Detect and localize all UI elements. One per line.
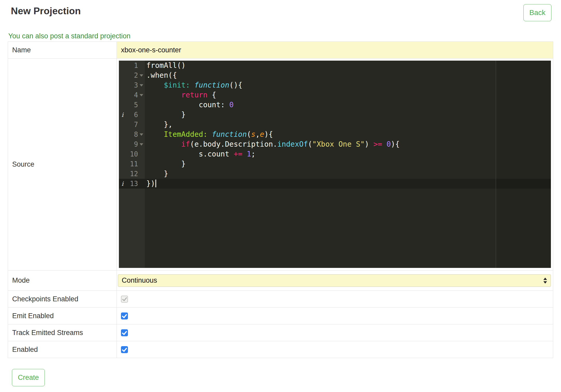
mode-row: Mode Continuous (8, 270, 553, 290)
fold-arrow-icon[interactable] (138, 143, 145, 146)
editor-code[interactable]: fromAll().when({ $init: function(){ retu… (145, 61, 551, 268)
fold-arrow-icon[interactable] (138, 74, 145, 77)
line-number: 3 (126, 81, 138, 89)
back-button[interactable]: Back (523, 4, 551, 21)
new-projection-page: New Projection Back You can also post a … (0, 0, 561, 392)
code-token: return (181, 91, 207, 99)
line-number: 8 (126, 131, 138, 138)
code-token: ; (251, 150, 256, 158)
code-token: indexOf (277, 140, 308, 148)
track-emitted-streams-row: Track Emitted Streams (8, 324, 553, 341)
code-editor[interactable]: 12345i6789101112i13 fromAll().when({ $in… (119, 61, 551, 268)
standard-projection-link[interactable]: You can also post a standard projection (8, 32, 131, 40)
code-token: (e.body.Description. (190, 140, 277, 148)
code-line[interactable]: }) (145, 179, 551, 189)
code-token (207, 130, 212, 139)
code-token (146, 130, 164, 139)
code-line[interactable]: ItemAdded: function(s,e){ (145, 130, 551, 139)
code-token: } (146, 169, 168, 178)
code-line[interactable]: if(e.body.Description.indexOf("Xbox One … (145, 139, 551, 149)
gutter-cell: 12 (119, 169, 145, 179)
gutter-cell: 10 (119, 149, 145, 159)
code-token: ItemAdded: (164, 130, 207, 139)
source-label: Source (8, 59, 117, 270)
code-token: , (255, 130, 260, 139)
emit-enabled-checkbox[interactable] (121, 312, 128, 319)
code-token: function (194, 81, 229, 89)
code-token: "Xbox One S" (312, 140, 365, 148)
code-token: fromAll() (146, 61, 186, 70)
text-cursor (155, 180, 156, 187)
gutter-cell: i13 (119, 179, 145, 189)
code-token (190, 81, 195, 89)
code-token: ){ (391, 140, 400, 148)
gutter-cell: 4 (119, 90, 145, 100)
source-row: Source 12345i6789101112i13 fromAll().whe… (8, 58, 553, 270)
code-token: 1 (247, 150, 251, 158)
enabled-row: Enabled (8, 341, 553, 358)
line-number: 12 (126, 170, 138, 178)
code-token (146, 140, 181, 148)
enabled-checkbox[interactable] (121, 346, 128, 353)
checkpoints-enabled-cell (117, 291, 553, 307)
gutter-cell: 3 (119, 80, 145, 90)
line-number: 4 (126, 91, 138, 99)
gutter-cell: 5 (119, 100, 145, 110)
code-line[interactable]: } (145, 159, 551, 169)
code-token: ) (365, 140, 373, 148)
gutter-cell: i6 (119, 110, 145, 120)
line-number: 11 (126, 160, 138, 168)
code-token: s.count (146, 150, 234, 158)
mode-label: Mode (8, 270, 117, 290)
info-icon[interactable]: i (119, 111, 126, 118)
line-number: 6 (126, 111, 138, 119)
gutter-cell: 9 (119, 139, 145, 149)
code-token: += (234, 150, 242, 158)
create-button[interactable]: Create (12, 369, 45, 386)
line-number: 1 (126, 62, 138, 69)
track-emitted-streams-label: Track Emitted Streams (8, 324, 117, 341)
code-token: function (212, 130, 247, 139)
code-line[interactable]: } (145, 110, 551, 120)
code-line[interactable]: count: 0 (145, 100, 551, 110)
code-token: } (146, 160, 186, 168)
enabled-label: Enabled (8, 341, 117, 358)
code-token: 0 (386, 140, 391, 148)
info-icon[interactable]: i (119, 180, 126, 187)
gutter-cell: 11 (119, 159, 145, 169)
emit-enabled-cell (117, 308, 553, 324)
mode-select[interactable]: Continuous (118, 274, 551, 287)
code-token: } (146, 110, 186, 119)
code-line[interactable]: .when({ (145, 70, 551, 80)
fold-arrow-icon[interactable] (138, 94, 145, 96)
select-arrows-icon (543, 277, 547, 283)
code-token: e (260, 130, 264, 139)
fold-arrow-icon[interactable] (138, 133, 145, 136)
gutter-cell: 1 (119, 61, 145, 70)
code-line[interactable]: } (145, 169, 551, 179)
code-token (146, 81, 164, 89)
name-input[interactable] (117, 42, 553, 58)
enabled-cell (117, 341, 553, 358)
chevron-up-icon (543, 277, 547, 280)
code-token: ( (247, 130, 251, 139)
track-emitted-streams-checkbox[interactable] (121, 329, 128, 336)
code-token: $init: (164, 81, 190, 89)
code-line[interactable]: fromAll() (145, 61, 551, 70)
checkpoints-enabled-row: Checkpoints Enabled (8, 290, 553, 307)
source-value-cell: 12345i6789101112i13 fromAll().when({ $in… (117, 59, 553, 270)
code-line[interactable]: s.count += 1; (145, 149, 551, 159)
editor-gutter: 12345i6789101112i13 (119, 61, 145, 268)
mode-value-cell: Continuous (117, 270, 553, 290)
name-value-cell (117, 42, 553, 58)
code-line[interactable]: }, (145, 120, 551, 130)
code-token: >= (373, 140, 382, 148)
code-line[interactable]: $init: function(){ (145, 80, 551, 90)
checkpoints-enabled-checkbox (121, 296, 128, 303)
code-token: count: (146, 101, 229, 109)
code-line[interactable]: return { (145, 90, 551, 100)
fold-arrow-icon[interactable] (138, 84, 145, 87)
line-number: 5 (126, 101, 138, 109)
code-token: ( (308, 140, 312, 148)
emit-enabled-row: Emit Enabled (8, 307, 553, 324)
